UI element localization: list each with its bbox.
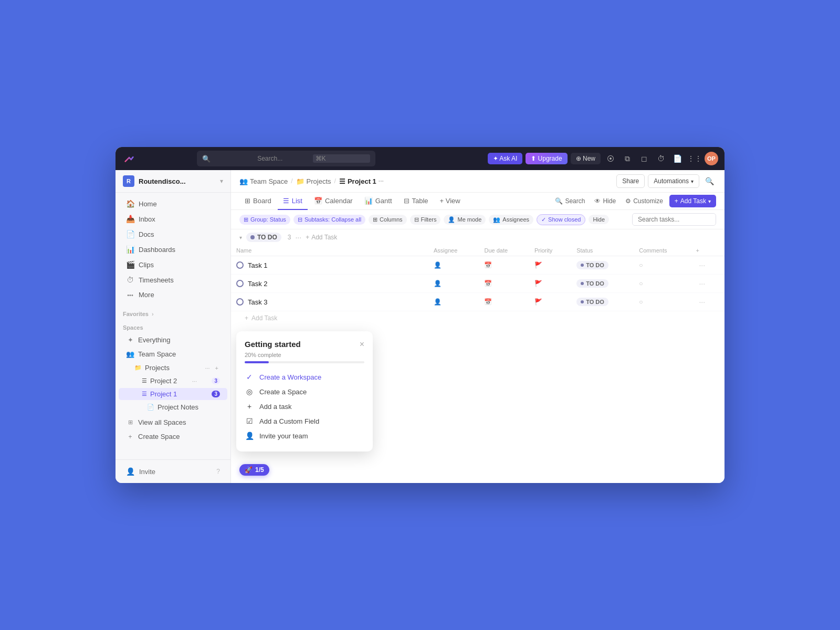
customize-button[interactable]: ⚙ Customize <box>622 195 666 207</box>
sidebar-item-timesheets[interactable]: ⏱ Timesheets <box>119 272 227 287</box>
calendar-icon: 📅 <box>314 197 322 205</box>
task2-status[interactable]: TO DO <box>571 275 634 293</box>
group-status-chip[interactable]: ⊞ Group: Status <box>239 215 290 225</box>
assignees-chip[interactable]: 👥 Assignees <box>489 215 533 225</box>
project2-dots-btn[interactable]: ··· <box>191 377 198 385</box>
board-icon: ⊞ <box>245 197 250 205</box>
nav-label-docs: Docs <box>139 230 154 238</box>
projects-add-btn[interactable]: + <box>214 364 220 372</box>
search-tasks-input[interactable] <box>632 213 716 226</box>
docs-icon[interactable]: 📄 <box>671 152 685 165</box>
floating-progress-badge[interactable]: 🚀 1/5 <box>239 464 269 476</box>
task2-more-btn[interactable]: ··· <box>696 278 708 289</box>
task2-status-icon[interactable] <box>236 280 244 287</box>
upgrade-button[interactable]: ⬆ Upgrade <box>526 153 567 164</box>
team-space-add-btn[interactable]: + <box>214 351 220 358</box>
main-layout: R Routendisco... ▾ 🏠 Home 📥 Inbox 📄 Docs <box>116 170 724 483</box>
sidebar-item-project1[interactable]: ☰ Project 1 3 <box>119 388 227 400</box>
group-toggle[interactable]: ▾ <box>239 235 242 240</box>
task3-more-btn[interactable]: ··· <box>696 297 708 307</box>
team-space-dots-btn[interactable]: ··· <box>204 351 212 358</box>
breadcrumb-team-space[interactable]: 👥 Team Space <box>239 177 288 185</box>
task1-more[interactable]: ··· <box>690 256 724 275</box>
tab-board[interactable]: ⊞ Board <box>239 193 277 210</box>
breadcrumb-search-btn[interactable]: 🔍 <box>702 174 716 188</box>
task2-more[interactable]: ··· <box>690 275 724 293</box>
me-mode-chip[interactable]: 👤 Me mode <box>444 215 486 225</box>
task3-more[interactable]: ··· <box>690 293 724 311</box>
add-task-row[interactable]: + Add Task <box>231 311 724 325</box>
columns-chip[interactable]: ⊞ Columns <box>369 215 406 225</box>
filters-chip[interactable]: ⊟ Filters <box>410 215 441 225</box>
popup-item-space[interactable]: ◎ Create a Space <box>245 384 364 399</box>
task1-name[interactable]: Task 1 <box>248 261 268 269</box>
tab-list[interactable]: ☰ List <box>278 193 308 210</box>
sidebar-item-more[interactable]: ••• More <box>119 288 227 302</box>
sidebar-item-team-space[interactable]: 👥 Team Space ··· + <box>119 348 227 361</box>
group-add-task-link[interactable]: + Add Task <box>306 234 337 241</box>
user-avatar[interactable]: OP <box>705 152 718 165</box>
subtasks-chip[interactable]: ⊟ Subtasks: Collapse all <box>293 215 365 225</box>
hide-chip[interactable]: Hide <box>589 215 609 224</box>
create-space-icon: + <box>126 433 134 440</box>
show-closed-chip[interactable]: ✓ Show closed <box>537 214 585 225</box>
workspace-chevron[interactable]: ▾ <box>220 177 223 185</box>
share-button[interactable]: Share <box>616 174 645 188</box>
task3-status-icon[interactable] <box>236 298 244 306</box>
popup-close-button[interactable]: × <box>360 340 364 349</box>
tab-calendar[interactable]: 📅 Calendar <box>309 193 358 210</box>
task1-status-badge: TO DO <box>576 261 608 269</box>
popup-item-add-task[interactable]: + Add a task <box>245 399 364 414</box>
notifications-icon[interactable]: ⦿ <box>604 152 617 165</box>
popup-item-invite[interactable]: 👤 Invite your team <box>245 428 364 443</box>
group-dots-button[interactable]: ··· <box>295 233 301 242</box>
task1-status-icon[interactable] <box>236 261 244 269</box>
popup-item-workspace[interactable]: ✓ Create a Workspace <box>245 370 364 384</box>
task3-name[interactable]: Task 3 <box>248 298 268 306</box>
sidebar-item-everything[interactable]: ✦ Everything <box>119 333 227 346</box>
sidebar-item-project-notes[interactable]: 📄 Project Notes <box>119 401 227 413</box>
task1-status-label: TO DO <box>586 262 604 268</box>
clips-icon: 🎬 <box>126 260 134 269</box>
inline-search-button[interactable]: 🔍 Search <box>552 195 588 207</box>
copy-icon[interactable]: ⧉ <box>621 152 634 165</box>
show-closed-icon: ✓ <box>541 216 546 223</box>
camera-icon[interactable]: ◻ <box>637 152 651 165</box>
spaces-label: Spaces <box>116 319 230 333</box>
grid-icon[interactable]: ⋮⋮ <box>688 152 701 165</box>
breadcrumb-projects[interactable]: 📁 Projects <box>296 177 331 185</box>
tab-gantt[interactable]: 📊 Gantt <box>359 193 397 210</box>
customize-label: Customize <box>633 197 663 205</box>
project2-actions: ··· <box>191 377 198 385</box>
task1-more-btn[interactable]: ··· <box>696 260 708 270</box>
task3-status[interactable]: TO DO <box>571 293 634 311</box>
filters-label: Filters <box>421 216 437 223</box>
ask-ai-button[interactable]: ✦ Ask AI <box>488 153 523 164</box>
sidebar-item-dashboards[interactable]: 📊 Dashboards <box>119 242 227 257</box>
new-button[interactable]: ⊕ New <box>571 153 601 164</box>
global-search-bar[interactable]: 🔍 Search... ⌘K <box>197 151 375 166</box>
sidebar-item-projects[interactable]: 📁 Projects ··· + <box>119 362 227 374</box>
sidebar-item-project2[interactable]: ☰ Project 2 ··· 3 <box>119 375 227 387</box>
breadcrumb-team-label: Team Space <box>250 177 288 185</box>
breadcrumb-more-btn[interactable]: ··· <box>379 177 384 185</box>
sidebar-view-all-spaces[interactable]: ⊞ View all Spaces <box>119 416 227 429</box>
task1-status[interactable]: TO DO <box>571 256 634 275</box>
task2-name[interactable]: Task 2 <box>248 280 268 288</box>
favorites-chevron[interactable]: › <box>152 311 154 317</box>
sidebar-item-inbox[interactable]: 📥 Inbox <box>119 212 227 226</box>
sidebar-create-space[interactable]: + Create Space <box>119 430 227 443</box>
hide-button[interactable]: 👁 Hide <box>591 195 619 207</box>
popup-item-custom-field[interactable]: ☑ Add a Custom Field <box>245 414 364 428</box>
sidebar-item-home[interactable]: 🏠 Home <box>119 196 227 211</box>
tab-table[interactable]: ⊟ Table <box>398 193 434 210</box>
invite-button[interactable]: 👤 Invite ? <box>119 464 227 479</box>
projects-dots-btn[interactable]: ··· <box>203 364 211 372</box>
tab-add-view[interactable]: + View <box>435 193 466 210</box>
timer-icon[interactable]: ⏱ <box>654 152 668 165</box>
sidebar-item-docs[interactable]: 📄 Docs <box>119 227 227 242</box>
automations-button[interactable]: Automations ▾ <box>648 174 699 188</box>
add-task-main-button[interactable]: + Add Task ▾ <box>669 195 716 207</box>
sidebar-item-clips[interactable]: 🎬 Clips <box>119 257 227 272</box>
invite-icon: 👤 <box>126 467 135 476</box>
